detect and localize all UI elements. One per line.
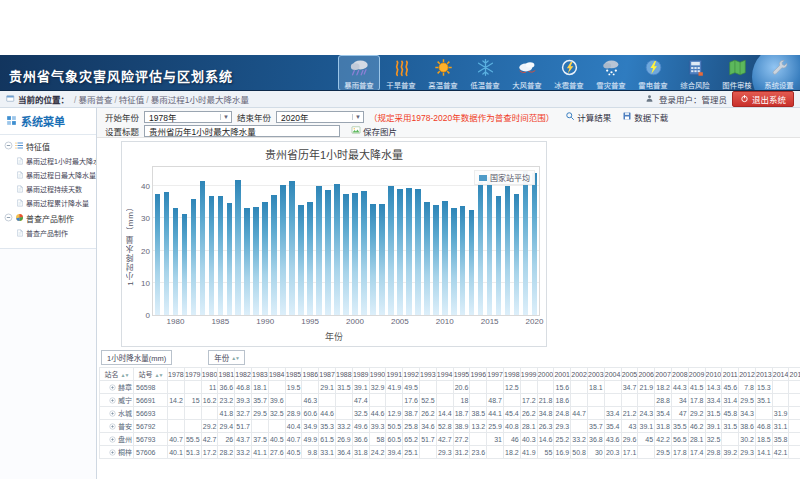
expand-plus-icon[interactable] — [109, 397, 116, 404]
year-column-header[interactable]: 1987 — [319, 368, 336, 381]
year-column-header[interactable]: 1988 — [335, 368, 352, 381]
x-tick-label: 2005 — [391, 317, 409, 326]
year-column-header[interactable]: 1986 — [302, 368, 319, 381]
station-id-header[interactable]: 站号 ▲▼ — [134, 368, 168, 381]
table-row: 桐梓5760640.151.317.228.233.241.127.640.59… — [100, 446, 800, 459]
expand-plus-icon[interactable] — [109, 449, 116, 456]
sidebar-item[interactable]: 暴雨过程日最大降水量 — [0, 168, 96, 182]
breadcrumb-item[interactable]: 特征值 — [119, 95, 145, 105]
value-cell: 27.6 — [268, 446, 285, 459]
sidebar-item[interactable]: 暴雨过程1小时最大降水量 — [0, 154, 96, 168]
expand-plus-icon[interactable] — [109, 436, 116, 443]
sidebar-group-label: 特征值 — [26, 141, 50, 152]
bar-1997 — [325, 190, 331, 315]
year-column-header[interactable]: 1985 — [285, 368, 302, 381]
value-cell: 42.7 — [201, 433, 218, 446]
filter-panel: 开始年份 1978年 ▼ 结束年份 2020年 ▼ （规定采用1978-2020… — [97, 108, 800, 138]
chart-plot-area: 0102030401980198519901995200020052010201… — [152, 166, 540, 316]
value-cell: 31.8 — [655, 420, 672, 433]
year-column-header[interactable]: 1996 — [470, 368, 487, 381]
nav-item-lightning[interactable]: 雷电普查 — [632, 55, 674, 91]
year-column-header[interactable]: 2015 — [789, 368, 800, 381]
year-column-header[interactable]: 2004 — [604, 368, 621, 381]
nav-item-rain[interactable]: 暴雨普查 — [338, 55, 380, 91]
year-column-header[interactable]: 1981 — [218, 368, 235, 381]
year-column-header[interactable]: 1982 — [235, 368, 252, 381]
chart-title-input[interactable]: 贵州省历年1小时最大降水量 — [144, 125, 340, 137]
year-column-header[interactable]: 2001 — [554, 368, 571, 381]
bar-2019 — [523, 170, 529, 315]
nav-item-map[interactable]: 图件审核 — [716, 55, 758, 91]
data-download-button[interactable]: 数据下载 — [622, 111, 668, 123]
year-column-header[interactable]: 2002 — [571, 368, 588, 381]
year-column-header[interactable]: 1993 — [419, 368, 436, 381]
year-column-header[interactable]: 1997 — [487, 368, 504, 381]
bar-1992 — [280, 185, 286, 315]
year-column-header[interactable]: 2014 — [772, 368, 789, 381]
year-sort-control[interactable]: 年份 ▲▼ — [208, 350, 245, 365]
nav-item-snow[interactable]: 雪灾普查 — [590, 55, 632, 91]
start-year-select[interactable]: 1978年 ▼ — [144, 111, 232, 123]
year-column-header[interactable]: 2013 — [755, 368, 772, 381]
year-column-header[interactable]: 2008 — [671, 368, 688, 381]
year-column-header[interactable]: 1998 — [503, 368, 520, 381]
nav-item-sun[interactable]: 高温普查 — [422, 55, 464, 91]
year-column-header[interactable]: 2003 — [587, 368, 604, 381]
content-area: 开始年份 1978年 ▼ 结束年份 2020年 ▼ （规定采用1978-2020… — [97, 108, 800, 479]
station-name-header[interactable]: 站名 ▲▼ — [100, 368, 134, 381]
station-name-cell: 盘州 — [100, 433, 134, 446]
nav-item-snowflake[interactable]: 低温普查 — [464, 55, 506, 91]
year-column-header[interactable]: 1999 — [520, 368, 537, 381]
sun-icon — [433, 63, 454, 80]
year-column-header[interactable]: 2000 — [537, 368, 554, 381]
calc-result-button[interactable]: 计算结果 — [565, 111, 611, 123]
data-table-panel: 1小时降水量(mm) 年份 ▲▼ 站名 ▲▼站号 ▲▼1978197919801… — [99, 348, 800, 479]
year-column-header[interactable]: 2005 — [621, 368, 638, 381]
sidebar-group-2[interactable]: 普查产品制作 — [0, 210, 96, 226]
nav-item-wind[interactable]: 大风普查 — [506, 55, 548, 91]
breadcrumb-item[interactable]: 暴雨普查 — [78, 95, 112, 105]
refresh-button[interactable] — [778, 388, 795, 405]
value-cell — [268, 420, 285, 433]
year-column-header[interactable]: 1978 — [168, 368, 185, 381]
nav-item-hail[interactable]: 冰雹普查 — [548, 55, 590, 91]
end-year-select[interactable]: 2020年 ▼ — [276, 111, 364, 123]
breadcrumb-item[interactable]: 暴雨过程1小时最大降水量 — [151, 95, 249, 105]
logout-button[interactable]: 退出系统 — [732, 91, 794, 107]
expand-plus-icon[interactable] — [109, 423, 116, 430]
year-column-header[interactable]: 1984 — [268, 368, 285, 381]
sidebar-item[interactable]: 暴雨过程累计降水量 — [0, 196, 96, 210]
year-column-header[interactable]: 1992 — [403, 368, 420, 381]
year-column-header[interactable]: 1983 — [251, 368, 268, 381]
save-image-button[interactable]: 保存图片 — [351, 125, 397, 137]
end-year-label: 结束年份 — [237, 111, 271, 123]
sidebar-item[interactable]: 普查产品制作 — [0, 226, 96, 240]
sidebar-group-1[interactable]: 特征值 — [0, 138, 96, 154]
value-cell: 46.8 — [755, 420, 772, 433]
year-column-header[interactable]: 2011 — [722, 368, 739, 381]
measure-selector[interactable]: 1小时降水量(mm) — [101, 350, 172, 365]
nav-item-calculator[interactable]: 综合风险 — [674, 55, 716, 91]
expand-plus-icon[interactable] — [109, 410, 116, 417]
expand-plus-icon[interactable] — [109, 384, 116, 391]
year-column-header[interactable]: 2009 — [688, 368, 705, 381]
value-cell: 49.6 — [352, 420, 369, 433]
bar-1999 — [343, 194, 349, 315]
nav-item-drought[interactable]: 干旱普查 — [380, 55, 422, 91]
table-row: 盘州5679340.755.542.72643.737.540.540.749.… — [100, 433, 800, 446]
year-column-header[interactable]: 2006 — [638, 368, 655, 381]
year-column-header[interactable]: 1989 — [352, 368, 369, 381]
year-column-header[interactable]: 1990 — [369, 368, 386, 381]
sort-icons: ▲▼ — [121, 372, 129, 378]
year-column-header[interactable]: 1980 — [201, 368, 218, 381]
year-column-header[interactable]: 2010 — [705, 368, 722, 381]
sidebar-item[interactable]: 暴雨过程持续天数 — [0, 182, 96, 196]
year-column-header[interactable]: 1979 — [184, 368, 201, 381]
year-column-header[interactable]: 1995 — [453, 368, 470, 381]
year-column-header[interactable]: 1991 — [386, 368, 403, 381]
nav-item-wrench[interactable]: 系统设置 — [758, 55, 800, 91]
year-column-header[interactable]: 1994 — [436, 368, 453, 381]
year-column-header[interactable]: 2007 — [655, 368, 672, 381]
year-column-header[interactable]: 2012 — [739, 368, 756, 381]
start-year-value: 1978年 — [149, 111, 176, 123]
